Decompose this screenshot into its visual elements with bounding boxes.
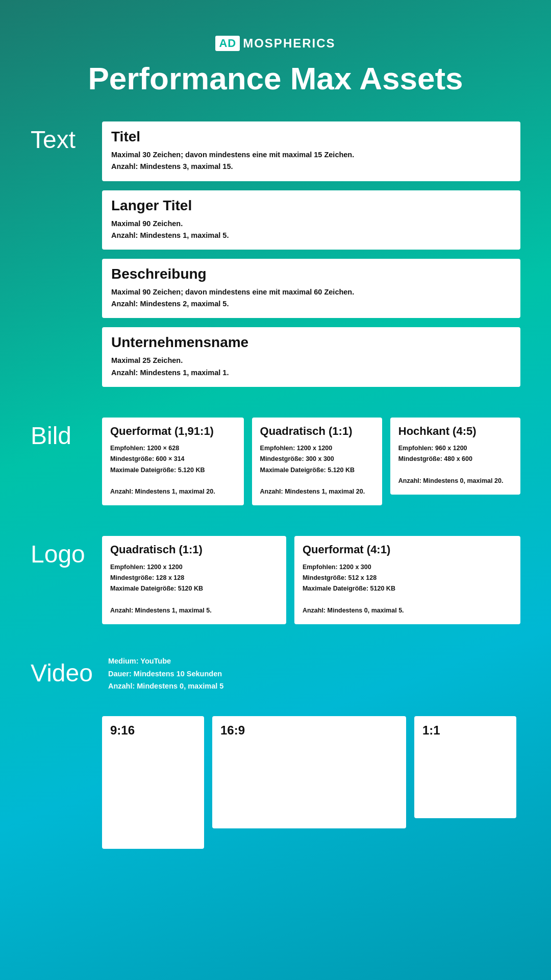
bild-hochkant-title: Hochkant (4:5)	[398, 425, 512, 438]
card-titel: Titel Maximal 30 Zeichen; davon mindeste…	[102, 121, 520, 181]
bild-quadratisch-empfohlen: Empfohlen: 1200 x 1200	[260, 445, 333, 452]
card-beschreibung-title: Beschreibung	[111, 266, 511, 282]
card-langer-titel: Langer Titel Maximal 90 Zeichen. Anzahl:…	[102, 190, 520, 250]
video-169-label: 16:9	[212, 716, 406, 738]
logo-card-quadratisch: Quadratisch (1:1) Empfohlen: 1200 x 1200…	[102, 536, 286, 624]
logo-querformat-empfohlen: Empfohlen: 1200 x 300	[303, 564, 371, 571]
card-unternehmensname-desc1: Maximal 25 Zeichen.	[111, 356, 183, 364]
bild-querformat-title: Querformat (1,91:1)	[110, 425, 236, 438]
bild-querformat-maxfile: Maximale Dateigröße: 5.120 KB	[110, 467, 205, 474]
logo-bar: AD MOSPHERICS	[31, 20, 520, 61]
logo-querformat-title: Querformat (4:1)	[303, 543, 512, 556]
video-section-label: Video	[31, 655, 93, 701]
logo-container: AD MOSPHERICS	[215, 36, 335, 51]
logo-section: Logo Quadratisch (1:1) Empfohlen: 1200 x…	[31, 536, 520, 624]
card-unternehmensname-desc: Maximal 25 Zeichen. Anzahl: Mindestens 1…	[111, 355, 511, 378]
card-langer-titel-desc1: Maximal 90 Zeichen.	[111, 219, 183, 228]
video-anzahl: Anzahl: Mindestens 0, maximal 5	[108, 682, 223, 690]
bild-quadratisch-title: Quadratisch (1:1)	[260, 425, 374, 438]
video-cards-row: 9:16 16:9 1:1	[102, 716, 234, 849]
bild-quadratisch-desc: Empfohlen: 1200 x 1200 Mindestgröße: 300…	[260, 443, 374, 497]
card-langer-titel-desc: Maximal 90 Zeichen. Anzahl: Mindestens 1…	[111, 218, 511, 241]
text-section-content: Titel Maximal 30 Zeichen; davon mindeste…	[102, 121, 520, 387]
video-card-11: 1:1	[414, 716, 516, 818]
card-langer-titel-title: Langer Titel	[111, 198, 511, 214]
video-916-label: 9:16	[102, 716, 204, 738]
bild-querformat-anzahl: Anzahl: Mindestens 1, maximal 20.	[110, 488, 215, 495]
bild-card-hochkant: Hochkant (4:5) Empfohlen: 960 x 1200 Min…	[390, 418, 520, 495]
bild-quadratisch-anzahl: Anzahl: Mindestens 1, maximal 20.	[260, 488, 365, 495]
bild-cards-row: Querformat (1,91:1) Empfohlen: 1200 × 62…	[102, 418, 520, 506]
logo-quadratisch-maxfile: Maximale Dateigröße: 5120 KB	[110, 585, 203, 592]
card-beschreibung: Beschreibung Maximal 90 Zeichen; davon m…	[102, 259, 520, 318]
card-titel-desc2: Anzahl: Mindestens 3, maximal 15.	[111, 162, 233, 170]
bild-querformat-empfohlen: Empfohlen: 1200 × 628	[110, 445, 179, 452]
card-titel-title: Titel	[111, 129, 511, 145]
bild-quadratisch-mindest: Mindestgröße: 300 x 300	[260, 455, 334, 462]
card-unternehmensname-desc2: Anzahl: Mindestens 1, maximal 1.	[111, 369, 229, 377]
logo-text: MOSPHERICS	[243, 36, 335, 51]
bild-section-label: Bild	[31, 418, 87, 450]
card-titel-desc: Maximal 30 Zeichen; davon mindestens ein…	[111, 149, 511, 173]
video-11-label: 1:1	[414, 716, 516, 738]
ad-badge: AD	[215, 36, 240, 51]
logo-quadratisch-title: Quadratisch (1:1)	[110, 543, 278, 556]
logo-quadratisch-empfohlen: Empfohlen: 1200 x 1200	[110, 564, 183, 571]
video-card-916: 9:16	[102, 716, 204, 849]
bild-hochkant-mindest: Mindestgröße: 480 x 600	[398, 455, 472, 462]
logo-quadratisch-desc: Empfohlen: 1200 x 1200 Mindestgröße: 128…	[110, 562, 278, 616]
logo-quadratisch-mindest: Mindestgröße: 128 x 128	[110, 574, 184, 581]
logo-querformat-anzahl: Anzahl: Mindestens 0, maximal 5.	[303, 607, 404, 614]
bild-hochkant-empfohlen: Empfohlen: 960 x 1200	[398, 445, 467, 452]
card-unternehmensname-title: Unternehmensname	[111, 334, 511, 351]
video-section: Video Medium: YouTube Dauer: Mindestens …	[31, 655, 520, 849]
bild-hochkant-anzahl: Anzahl: Mindestens 0, maximal 20.	[398, 477, 504, 484]
bild-card-querformat: Querformat (1,91:1) Empfohlen: 1200 × 62…	[102, 418, 244, 506]
logo-querformat-mindest: Mindestgröße: 512 x 128	[303, 574, 377, 581]
card-langer-titel-desc2: Anzahl: Mindestens 1, maximal 5.	[111, 231, 229, 239]
bild-quadratisch-maxfile: Maximale Dateigröße: 5.120 KB	[260, 467, 355, 474]
video-card-169: 16:9	[212, 716, 406, 828]
logo-section-label: Logo	[31, 536, 87, 568]
bild-querformat-mindest: Mindestgröße: 600 × 314	[110, 455, 185, 462]
page-wrapper: AD MOSPHERICS Performance Max Assets Tex…	[0, 0, 551, 910]
text-section: Text Titel Maximal 30 Zeichen; davon min…	[31, 121, 520, 387]
card-beschreibung-desc1: Maximal 90 Zeichen; davon mindestens ein…	[111, 288, 354, 296]
video-info: Medium: YouTube Dauer: Mindestens 10 Sek…	[108, 655, 223, 693]
logo-card-querformat: Querformat (4:1) Empfohlen: 1200 x 300 M…	[294, 536, 520, 624]
bild-hochkant-desc: Empfohlen: 960 x 1200 Mindestgröße: 480 …	[398, 443, 512, 486]
logo-quadratisch-anzahl: Anzahl: Mindestens 1, maximal 5.	[110, 607, 212, 614]
video-cards-container: 9:16 16:9 1:1	[31, 716, 234, 849]
card-beschreibung-desc: Maximal 90 Zeichen; davon mindestens ein…	[111, 286, 511, 310]
bild-card-quadratisch: Quadratisch (1:1) Empfohlen: 1200 x 1200…	[252, 418, 382, 506]
video-section-header: Video Medium: YouTube Dauer: Mindestens …	[31, 655, 223, 701]
logo-cards-row: Quadratisch (1:1) Empfohlen: 1200 x 1200…	[102, 536, 520, 624]
bild-section: Bild Querformat (1,91:1) Empfohlen: 1200…	[31, 418, 520, 506]
card-unternehmensname: Unternehmensname Maximal 25 Zeichen. Anz…	[102, 327, 520, 386]
card-beschreibung-desc2: Anzahl: Mindestens 2, maximal 5.	[111, 300, 229, 308]
logo-querformat-desc: Empfohlen: 1200 x 300 Mindestgröße: 512 …	[303, 562, 512, 616]
card-titel-desc1: Maximal 30 Zeichen; davon mindestens ein…	[111, 151, 354, 159]
page-title: Performance Max Assets	[31, 61, 520, 96]
text-section-label: Text	[31, 121, 87, 154]
video-dauer: Dauer: Mindestens 10 Sekunden	[108, 670, 222, 678]
video-medium: Medium: YouTube	[108, 657, 171, 665]
logo-querformat-maxfile: Maximale Dateigröße: 5120 KB	[303, 585, 395, 592]
bild-querformat-desc: Empfohlen: 1200 × 628 Mindestgröße: 600 …	[110, 443, 236, 497]
